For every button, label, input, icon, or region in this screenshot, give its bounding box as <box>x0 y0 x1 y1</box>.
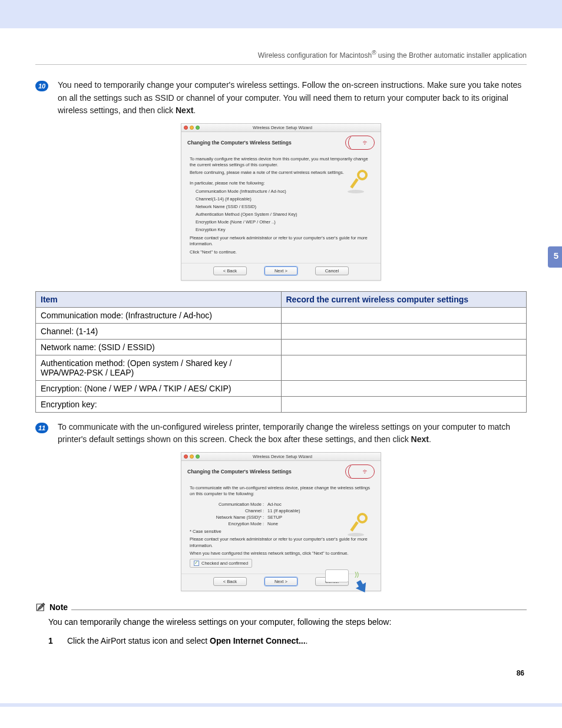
checkbox-icon <box>194 561 199 566</box>
table-row: Authentication method: (Open system / Sh… <box>36 355 527 380</box>
router-arrow-illustration <box>325 567 369 591</box>
dialog-heading: Changing the Computer's Wireless Setting… <box>187 140 292 146</box>
note-icon <box>35 602 46 612</box>
brother-wireless-logo <box>345 136 375 150</box>
table-header-record: Record the current wireless computer set… <box>281 291 527 307</box>
step-10-text: You need to temporarily change your comp… <box>58 79 527 117</box>
dialog-heading: Changing the Computer's Wireless Setting… <box>187 469 292 475</box>
key-illustration <box>346 513 368 534</box>
next-button[interactable]: Next > <box>265 577 297 586</box>
bottom-strip <box>0 703 562 707</box>
table-row: Encryption key: <box>36 396 527 412</box>
substep-text: Click the AirPort status icon and select… <box>67 636 308 645</box>
substep-number: 1 <box>48 636 67 645</box>
step-11: 11 To communicate with the un-configured… <box>35 421 527 446</box>
table-row: Communication mode: (Infrastructure / Ad… <box>36 307 527 323</box>
step-bullet-10: 10 <box>35 81 48 91</box>
dialog-title: Wireless Device Setup Wizard <box>187 125 378 130</box>
table-row: Encryption: (None / WEP / WPA / TKIP / A… <box>36 380 527 396</box>
step-bullet-11: 11 <box>35 423 48 433</box>
dialog-settings-list: Communication Mode (Infrastructure / Ad-… <box>196 189 372 233</box>
header-text-b: using the Brother automatic installer ap… <box>378 51 527 60</box>
table-row: Channel: (1-14) <box>36 323 527 339</box>
next-button[interactable]: Next > <box>265 266 297 275</box>
top-strip <box>0 0 562 28</box>
registered-mark: ® <box>372 50 376 56</box>
dialog-titlebar: Wireless Device Setup Wizard <box>181 124 381 132</box>
table-row: Network name: (SSID / ESSID) <box>36 339 527 355</box>
dialog-buttons: < Back Next > Cancel <box>181 263 381 280</box>
record-cell[interactable] <box>281 396 527 412</box>
step-11-text: To communicate with the un-configured wi… <box>58 421 527 446</box>
page-number: 86 <box>35 669 527 677</box>
note-body: You can temporarily change the wireless … <box>48 616 527 629</box>
note-divider <box>71 610 527 610</box>
record-cell[interactable] <box>281 380 527 396</box>
cancel-button[interactable]: Cancel <box>315 266 349 275</box>
dialog-body: To manually configure the wireless devic… <box>181 152 381 263</box>
running-header: Wireless configuration for Macintosh® us… <box>35 50 527 65</box>
record-cell[interactable] <box>281 307 527 323</box>
back-button[interactable]: < Back <box>213 266 247 275</box>
key-illustration <box>346 170 368 191</box>
table-header-item: Item <box>36 291 282 307</box>
header-text-a: Wireless configuration for Macintosh <box>258 51 372 60</box>
record-cell[interactable] <box>281 355 527 380</box>
checked-confirmed-checkbox[interactable]: Checked and confirmed <box>190 559 252 568</box>
page-content: Wireless configuration for Macintosh® us… <box>0 28 562 701</box>
router-icon <box>325 569 349 582</box>
step-10: 10 You need to temporarily change your c… <box>35 79 527 117</box>
dialog-wireless-settings-note: Wireless Device Setup Wizard Changing th… <box>181 123 381 281</box>
brother-wireless-logo <box>345 465 375 479</box>
settings-record-table: Item Record the current wireless compute… <box>35 291 527 413</box>
back-button[interactable]: < Back <box>213 577 247 586</box>
dialog-match-printer-settings: Wireless Device Setup Wizard Changing th… <box>181 452 381 591</box>
page: Wireless configuration for Macintosh® us… <box>0 0 562 707</box>
dialog-title: Wireless Device Setup Wizard <box>187 454 378 459</box>
record-cell[interactable] <box>281 323 527 339</box>
record-cell[interactable] <box>281 339 527 355</box>
arrow-icon <box>356 582 370 595</box>
note-title: Note <box>49 602 68 612</box>
dialog-body: To communicate with the un-configured wi… <box>181 481 381 574</box>
note-block: Note You can temporarily change the wire… <box>35 602 527 645</box>
note-substep-1: 1 Click the AirPort status icon and sele… <box>48 636 527 645</box>
section-tab: 5 <box>548 246 562 268</box>
dialog-titlebar: Wireless Device Setup Wizard <box>181 453 381 461</box>
table-header-row: Item Record the current wireless compute… <box>36 291 527 307</box>
